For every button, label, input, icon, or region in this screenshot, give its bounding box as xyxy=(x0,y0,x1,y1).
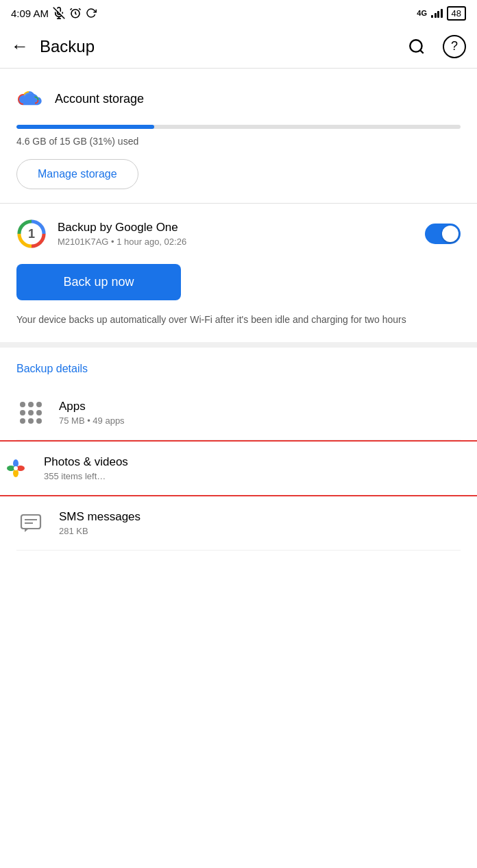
alarm-icon xyxy=(69,7,82,19)
page-title: Backup xyxy=(40,37,95,56)
svg-rect-15 xyxy=(21,515,40,529)
svg-text:1: 1 xyxy=(28,227,35,241)
storage-info-text: 4.6 GB of 15 GB (31%) used xyxy=(16,136,461,147)
backup-info: Backup by Google One M2101K7AG • 1 hour … xyxy=(58,221,186,247)
network-type: 4G xyxy=(417,9,427,17)
battery-box: 48 xyxy=(447,6,466,21)
apps-item-title: Apps xyxy=(59,400,125,413)
manage-storage-button[interactable]: Manage storage xyxy=(16,159,138,189)
signal-icon xyxy=(431,8,443,18)
backup-now-button[interactable]: Back up now xyxy=(16,264,181,300)
app-bar: ← Backup ? xyxy=(0,25,477,69)
backup-section: 1 Backup by Google One M2101K7AG • 1 hou… xyxy=(0,204,477,342)
storage-title: Account storage xyxy=(55,92,144,106)
search-button[interactable] xyxy=(404,34,429,59)
storage-progress-fill xyxy=(16,125,154,129)
content: Account storage 4.6 GB of 15 GB (31%) us… xyxy=(0,69,477,551)
apps-icon xyxy=(16,398,45,427)
google-one-icon: 1 xyxy=(16,219,47,249)
list-item-apps[interactable]: Apps 75 MB • 49 apps xyxy=(16,386,461,440)
status-time: 4:09 AM xyxy=(11,7,97,19)
sms-icon xyxy=(16,509,45,538)
photos-item-title: Photos & videos xyxy=(44,455,128,469)
backup-details-section: Backup details Apps 75 MB • 49 apps xyxy=(0,348,477,551)
svg-point-14 xyxy=(14,466,18,470)
backup-header-left: 1 Backup by Google One M2101K7AG • 1 hou… xyxy=(16,219,186,249)
backup-note: Your device backs up automatically over … xyxy=(16,313,461,327)
backup-subtitle: M2101K7AG • 1 hour ago, 02:26 xyxy=(58,237,186,247)
back-button[interactable]: ← xyxy=(11,36,29,57)
apps-item-text: Apps 75 MB • 49 apps xyxy=(59,400,125,426)
photos-item-text: Photos & videos 355 items left… xyxy=(44,455,128,481)
photos-icon xyxy=(1,454,30,483)
help-icon: ? xyxy=(451,39,458,53)
time-text: 4:09 AM xyxy=(11,8,49,19)
rotation-icon xyxy=(86,8,97,19)
storage-header: Account storage xyxy=(16,85,461,112)
svg-point-4 xyxy=(410,40,421,51)
toggle-knob xyxy=(442,226,458,242)
sms-item-sub: 281 KB xyxy=(59,526,140,536)
battery-level: 48 xyxy=(452,8,461,19)
sms-item-title: SMS messages xyxy=(59,510,140,524)
app-bar-right: ? xyxy=(404,34,466,59)
backup-toggle[interactable] xyxy=(425,224,461,244)
mute-icon xyxy=(53,7,65,19)
app-bar-left: ← Backup xyxy=(11,36,95,57)
cloud-icon xyxy=(16,85,44,112)
status-right: 4G 48 xyxy=(417,6,466,21)
apps-item-sub: 75 MB • 49 apps xyxy=(59,415,125,426)
thick-divider xyxy=(0,342,477,348)
search-icon xyxy=(408,38,426,56)
sms-item-text: SMS messages 281 KB xyxy=(59,510,140,536)
help-button[interactable]: ? xyxy=(443,35,466,58)
svg-line-5 xyxy=(420,50,424,53)
list-item-sms[interactable]: SMS messages 281 KB xyxy=(16,496,461,551)
storage-section: Account storage 4.6 GB of 15 GB (31%) us… xyxy=(0,69,477,203)
photos-item-sub: 355 items left… xyxy=(44,471,128,481)
photos-row-wrapper: Photos & videos 355 items left… xyxy=(0,440,477,496)
backup-header: 1 Backup by Google One M2101K7AG • 1 hou… xyxy=(16,219,461,249)
storage-progress-bar xyxy=(16,125,461,129)
list-item-photos[interactable]: Photos & videos 355 items left… xyxy=(0,440,477,496)
status-bar: 4:09 AM 4G 48 xyxy=(0,0,477,25)
backup-details-title: Backup details xyxy=(16,363,461,375)
backup-title: Backup by Google One xyxy=(58,221,186,234)
